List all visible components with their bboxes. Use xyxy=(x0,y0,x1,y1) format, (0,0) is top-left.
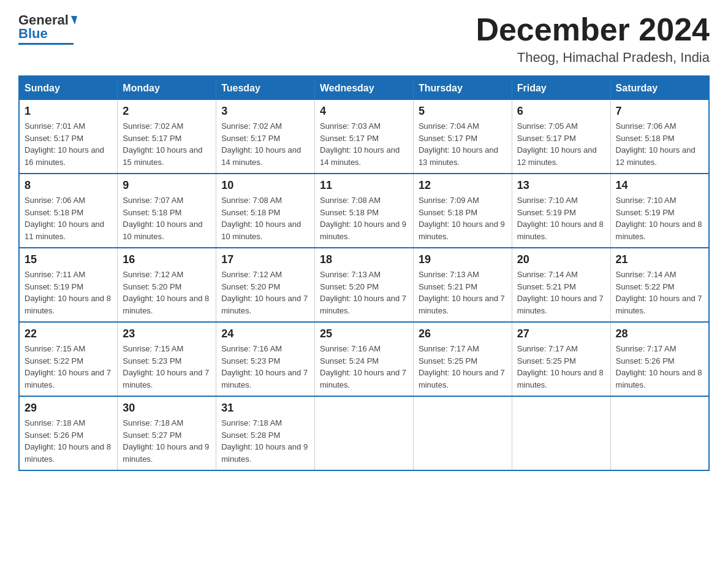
header-sunday: Sunday xyxy=(19,76,118,100)
header-tuesday: Tuesday xyxy=(216,76,315,100)
header-saturday: Saturday xyxy=(610,76,709,100)
logo-underline xyxy=(18,43,74,45)
day-info: Sunrise: 7:03 AM Sunset: 5:17 PM Dayligh… xyxy=(320,120,408,168)
day-info: Sunrise: 7:08 AM Sunset: 5:18 PM Dayligh… xyxy=(221,194,309,242)
day-info: Sunrise: 7:07 AM Sunset: 5:18 PM Dayligh… xyxy=(123,194,211,242)
day-number: 4 xyxy=(320,105,408,118)
calendar-cell: 23 Sunrise: 7:15 AM Sunset: 5:23 PM Dayl… xyxy=(118,322,216,396)
day-info: Sunrise: 7:06 AM Sunset: 5:18 PM Dayligh… xyxy=(25,194,112,242)
calendar-cell: 25 Sunrise: 7:16 AM Sunset: 5:24 PM Dayl… xyxy=(315,322,414,396)
day-info: Sunrise: 7:16 AM Sunset: 5:24 PM Dayligh… xyxy=(320,343,408,391)
calendar-cell: 18 Sunrise: 7:13 AM Sunset: 5:20 PM Dayl… xyxy=(315,248,414,322)
calendar-cell xyxy=(512,396,610,470)
day-info: Sunrise: 7:05 AM Sunset: 5:17 PM Dayligh… xyxy=(517,120,605,168)
day-number: 21 xyxy=(616,253,703,266)
day-info: Sunrise: 7:01 AM Sunset: 5:17 PM Dayligh… xyxy=(25,120,112,168)
day-number: 18 xyxy=(320,253,408,266)
day-info: Sunrise: 7:12 AM Sunset: 5:20 PM Dayligh… xyxy=(221,269,309,316)
calendar-cell: 29 Sunrise: 7:18 AM Sunset: 5:26 PM Dayl… xyxy=(19,396,118,470)
day-info: Sunrise: 7:08 AM Sunset: 5:18 PM Dayligh… xyxy=(320,194,408,242)
day-info: Sunrise: 7:10 AM Sunset: 5:19 PM Dayligh… xyxy=(517,194,605,242)
calendar-cell xyxy=(610,396,709,470)
calendar-cell: 16 Sunrise: 7:12 AM Sunset: 5:20 PM Dayl… xyxy=(118,248,216,322)
day-number: 8 xyxy=(25,179,112,192)
week-row-2: 8 Sunrise: 7:06 AM Sunset: 5:18 PM Dayli… xyxy=(19,174,709,248)
day-number: 24 xyxy=(221,327,309,340)
day-number: 9 xyxy=(123,179,211,192)
calendar-cell: 11 Sunrise: 7:08 AM Sunset: 5:18 PM Dayl… xyxy=(315,174,414,248)
header-wednesday: Wednesday xyxy=(315,76,414,100)
day-number: 31 xyxy=(221,402,309,415)
day-number: 29 xyxy=(25,402,112,415)
calendar-cell: 14 Sunrise: 7:10 AM Sunset: 5:19 PM Dayl… xyxy=(610,174,709,248)
day-info: Sunrise: 7:18 AM Sunset: 5:26 PM Dayligh… xyxy=(25,417,112,465)
day-number: 16 xyxy=(123,253,211,266)
logo: General Blue xyxy=(18,12,76,45)
calendar-cell: 5 Sunrise: 7:04 AM Sunset: 5:17 PM Dayli… xyxy=(413,100,512,174)
calendar-cell xyxy=(413,396,512,470)
day-info: Sunrise: 7:04 AM Sunset: 5:17 PM Dayligh… xyxy=(419,120,507,168)
calendar-cell: 4 Sunrise: 7:03 AM Sunset: 5:17 PM Dayli… xyxy=(315,100,414,174)
day-info: Sunrise: 7:18 AM Sunset: 5:28 PM Dayligh… xyxy=(221,417,309,465)
day-number: 7 xyxy=(616,105,703,118)
calendar-cell: 19 Sunrise: 7:13 AM Sunset: 5:21 PM Dayl… xyxy=(413,248,512,322)
day-info: Sunrise: 7:17 AM Sunset: 5:25 PM Dayligh… xyxy=(517,343,605,391)
day-info: Sunrise: 7:13 AM Sunset: 5:21 PM Dayligh… xyxy=(419,269,507,316)
day-info: Sunrise: 7:15 AM Sunset: 5:23 PM Dayligh… xyxy=(123,343,211,391)
calendar-cell: 31 Sunrise: 7:18 AM Sunset: 5:28 PM Dayl… xyxy=(216,396,315,470)
day-info: Sunrise: 7:11 AM Sunset: 5:19 PM Dayligh… xyxy=(25,269,112,316)
day-number: 28 xyxy=(616,327,703,340)
month-year-title: December 2024 xyxy=(476,12,710,47)
calendar-cell: 20 Sunrise: 7:14 AM Sunset: 5:21 PM Dayl… xyxy=(512,248,610,322)
header-monday: Monday xyxy=(118,76,216,100)
calendar-cell: 30 Sunrise: 7:18 AM Sunset: 5:27 PM Dayl… xyxy=(118,396,216,470)
day-number: 3 xyxy=(221,105,309,118)
day-number: 12 xyxy=(419,179,507,192)
day-number: 1 xyxy=(25,105,112,118)
day-number: 27 xyxy=(517,327,605,340)
day-info: Sunrise: 7:06 AM Sunset: 5:18 PM Dayligh… xyxy=(616,120,703,168)
day-number: 17 xyxy=(221,253,309,266)
calendar-cell: 15 Sunrise: 7:11 AM Sunset: 5:19 PM Dayl… xyxy=(19,248,118,322)
day-info: Sunrise: 7:02 AM Sunset: 5:17 PM Dayligh… xyxy=(123,120,211,168)
week-row-5: 29 Sunrise: 7:18 AM Sunset: 5:26 PM Dayl… xyxy=(19,396,709,470)
logo-blue-text: Blue xyxy=(18,26,48,42)
title-area: December 2024 Theog, Himachal Pradesh, I… xyxy=(476,12,710,66)
calendar-cell: 1 Sunrise: 7:01 AM Sunset: 5:17 PM Dayli… xyxy=(19,100,118,174)
day-number: 23 xyxy=(123,327,211,340)
calendar-table: SundayMondayTuesdayWednesdayThursdayFrid… xyxy=(18,75,710,471)
calendar-cell: 8 Sunrise: 7:06 AM Sunset: 5:18 PM Dayli… xyxy=(19,174,118,248)
day-number: 2 xyxy=(123,105,211,118)
calendar-cell: 13 Sunrise: 7:10 AM Sunset: 5:19 PM Dayl… xyxy=(512,174,610,248)
day-number: 19 xyxy=(419,253,507,266)
day-info: Sunrise: 7:15 AM Sunset: 5:22 PM Dayligh… xyxy=(25,343,112,391)
day-number: 10 xyxy=(221,179,309,192)
calendar-cell: 10 Sunrise: 7:08 AM Sunset: 5:18 PM Dayl… xyxy=(216,174,315,248)
calendar-cell: 3 Sunrise: 7:02 AM Sunset: 5:17 PM Dayli… xyxy=(216,100,315,174)
day-number: 25 xyxy=(320,327,408,340)
header-friday: Friday xyxy=(512,76,610,100)
day-info: Sunrise: 7:13 AM Sunset: 5:20 PM Dayligh… xyxy=(320,269,408,316)
day-number: 5 xyxy=(419,105,507,118)
calendar-cell: 6 Sunrise: 7:05 AM Sunset: 5:17 PM Dayli… xyxy=(512,100,610,174)
day-info: Sunrise: 7:14 AM Sunset: 5:21 PM Dayligh… xyxy=(517,269,605,316)
day-info: Sunrise: 7:17 AM Sunset: 5:26 PM Dayligh… xyxy=(616,343,703,391)
day-info: Sunrise: 7:10 AM Sunset: 5:19 PM Dayligh… xyxy=(616,194,703,242)
calendar-cell: 22 Sunrise: 7:15 AM Sunset: 5:22 PM Dayl… xyxy=(19,322,118,396)
logo-triangle-icon xyxy=(69,16,77,25)
day-number: 30 xyxy=(123,402,211,415)
location-subtitle: Theog, Himachal Pradesh, India xyxy=(476,50,710,66)
calendar-cell: 12 Sunrise: 7:09 AM Sunset: 5:18 PM Dayl… xyxy=(413,174,512,248)
day-number: 22 xyxy=(25,327,112,340)
day-info: Sunrise: 7:16 AM Sunset: 5:23 PM Dayligh… xyxy=(221,343,309,391)
week-row-3: 15 Sunrise: 7:11 AM Sunset: 5:19 PM Dayl… xyxy=(19,248,709,322)
calendar-cell xyxy=(315,396,414,470)
calendar-cell: 26 Sunrise: 7:17 AM Sunset: 5:25 PM Dayl… xyxy=(413,322,512,396)
day-number: 26 xyxy=(419,327,507,340)
calendar-cell: 7 Sunrise: 7:06 AM Sunset: 5:18 PM Dayli… xyxy=(610,100,709,174)
day-number: 11 xyxy=(320,179,408,192)
page-header: General Blue December 2024 Theog, Himach… xyxy=(18,12,710,66)
day-info: Sunrise: 7:18 AM Sunset: 5:27 PM Dayligh… xyxy=(123,417,211,465)
day-number: 13 xyxy=(517,179,605,192)
day-info: Sunrise: 7:14 AM Sunset: 5:22 PM Dayligh… xyxy=(616,269,703,316)
